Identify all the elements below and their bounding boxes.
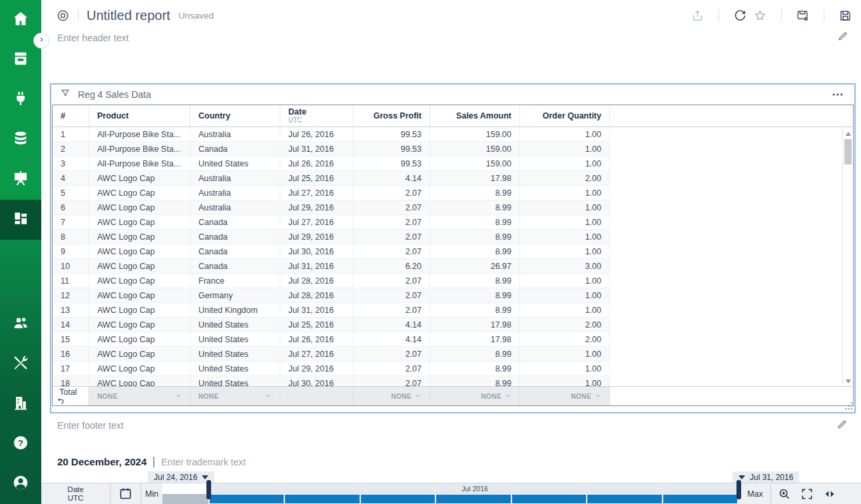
column-header-index[interactable]: # bbox=[53, 105, 89, 126]
cell-country: United States bbox=[190, 332, 280, 347]
column-header-order-quantity[interactable]: Order Quantity bbox=[520, 105, 610, 126]
cell-sales-amount: 17.98 bbox=[430, 318, 520, 332]
divider bbox=[718, 9, 719, 21]
aggregator-country[interactable]: NONE bbox=[190, 387, 280, 405]
cell-date: Jul 29, 2016 bbox=[280, 362, 354, 376]
column-header-product[interactable]: Product bbox=[89, 105, 190, 126]
vertical-scrollbar[interactable] bbox=[842, 128, 853, 387]
filter-funnel-icon[interactable] bbox=[60, 88, 71, 101]
save-as-icon[interactable] bbox=[796, 9, 810, 23]
topbar-actions bbox=[691, 9, 861, 23]
edit-header-pencil-icon[interactable] bbox=[837, 31, 848, 42]
aggregator-sales-amount[interactable]: NONE bbox=[430, 387, 520, 405]
cell-gross-profit: 99.53 bbox=[354, 142, 430, 156]
account-icon bbox=[12, 474, 29, 494]
cell-gross-profit: 4.14 bbox=[354, 318, 430, 332]
column-header-gross-profit[interactable]: Gross Profit bbox=[354, 105, 430, 126]
sidebar-item-dashboards[interactable] bbox=[0, 200, 41, 240]
cell-date: Jul 25, 2016 bbox=[280, 171, 354, 186]
cell-row-number: 5 bbox=[53, 186, 89, 200]
app: ? Untitled report Unsaved Enter header t… bbox=[0, 0, 861, 504]
cell-product: AWC Logo Cap bbox=[89, 303, 190, 318]
expand-icon[interactable] bbox=[800, 487, 814, 501]
cell-product: All-Purpose Bike Sta... bbox=[89, 127, 190, 142]
aggregator-order-quantity[interactable]: NONE bbox=[520, 387, 610, 405]
track-excluded-range bbox=[162, 494, 208, 504]
cell-gross-profit: 2.07 bbox=[354, 215, 430, 230]
trademark-text-input[interactable]: Enter trademark text bbox=[161, 457, 246, 467]
table-row: 1 All-Purpose Bike Sta... Australia Jul … bbox=[53, 127, 610, 142]
calendar-icon[interactable] bbox=[111, 483, 141, 504]
database-icon bbox=[12, 130, 29, 150]
cell-product: AWC Logo Cap bbox=[89, 347, 190, 362]
sidebar-item-users[interactable] bbox=[0, 304, 41, 344]
resize-grip[interactable] bbox=[845, 402, 853, 410]
cell-date: Jul 26, 2016 bbox=[280, 332, 354, 347]
header-text-input[interactable]: Enter header text bbox=[57, 33, 129, 43]
data-table: # Product Country Date UTC Gross Profit … bbox=[52, 105, 854, 406]
cell-product: AWC Logo Cap bbox=[89, 215, 190, 230]
cell-row-number: 1 bbox=[53, 127, 89, 142]
zoom-in-icon[interactable] bbox=[778, 487, 791, 501]
sidebar-item-organization[interactable] bbox=[0, 384, 41, 424]
cell-sales-amount: 26.97 bbox=[430, 259, 520, 274]
table-row: 4 AWC Logo Cap Australia Jul 25, 2016 4.… bbox=[53, 171, 610, 186]
cell-sales-amount: 8.99 bbox=[430, 347, 520, 362]
cell-gross-profit: 2.07 bbox=[354, 186, 430, 200]
range-end-dropdown[interactable]: Jul 31, 2016 bbox=[732, 471, 799, 483]
scroll-down-icon[interactable] bbox=[843, 377, 853, 386]
aggregator-gross-profit[interactable]: NONE bbox=[354, 387, 430, 405]
cell-gross-profit: 2.07 bbox=[354, 303, 430, 318]
table-row: 16 AWC Logo Cap United States Jul 27, 20… bbox=[53, 347, 610, 362]
cell-date: Jul 27, 2016 bbox=[280, 215, 354, 230]
column-header-date[interactable]: Date UTC bbox=[280, 105, 354, 126]
scrollbar-thumb[interactable] bbox=[844, 139, 852, 164]
column-header-sales-amount[interactable]: Sales Amount bbox=[430, 105, 520, 126]
users-icon bbox=[12, 314, 29, 334]
column-header-country[interactable]: Country bbox=[190, 105, 280, 126]
sidebar-item-account[interactable] bbox=[0, 464, 41, 504]
sidebar-item-tools[interactable] bbox=[0, 344, 41, 384]
cell-order-quantity: 1.00 bbox=[520, 215, 610, 230]
dropdown-arrow-icon bbox=[738, 475, 745, 479]
range-start-dropdown[interactable]: Jul 24, 2016 bbox=[148, 471, 214, 483]
table-row: 2 All-Purpose Bike Sta... Canada Jul 31,… bbox=[53, 142, 610, 156]
footer-text-input[interactable]: Enter footer text bbox=[57, 420, 124, 431]
range-end-handle[interactable] bbox=[736, 480, 741, 499]
range-start-handle[interactable] bbox=[206, 480, 211, 499]
sidebar-item-data[interactable] bbox=[0, 120, 41, 160]
sidebar-spacer bbox=[0, 240, 41, 305]
undo-icon[interactable] bbox=[57, 397, 65, 405]
chevron-right-icon bbox=[37, 35, 46, 46]
topbar: Untitled report Unsaved bbox=[41, 0, 861, 31]
scroll-up-icon[interactable] bbox=[843, 129, 853, 138]
table-body: 1 All-Purpose Bike Sta... Australia Jul … bbox=[53, 127, 853, 387]
favorite-icon[interactable] bbox=[753, 9, 767, 23]
cell-order-quantity: 1.00 bbox=[520, 288, 610, 303]
save-icon[interactable] bbox=[838, 9, 852, 23]
aggregator-product[interactable]: NONE bbox=[89, 387, 190, 405]
horizontal-arrows-icon[interactable] bbox=[823, 487, 836, 501]
cell-sales-amount: 8.99 bbox=[430, 215, 520, 230]
sidebar-item-help[interactable]: ? bbox=[0, 424, 41, 464]
cell-sales-amount: 159.00 bbox=[430, 156, 520, 171]
ellipsis-icon[interactable] bbox=[831, 88, 844, 101]
cell-gross-profit: 2.07 bbox=[354, 200, 430, 215]
cell-order-quantity: 1.00 bbox=[520, 156, 610, 171]
view-icon[interactable] bbox=[56, 9, 70, 23]
sidebar-item-home[interactable] bbox=[0, 0, 41, 40]
timeline-tools bbox=[774, 483, 861, 504]
sidebar-item-connectors[interactable] bbox=[0, 80, 41, 120]
edit-footer-pencil-icon[interactable] bbox=[836, 419, 848, 430]
report-date: 20 December, 2024 bbox=[57, 456, 146, 467]
cell-row-number: 17 bbox=[53, 362, 89, 376]
sidebar-collapse-button[interactable] bbox=[33, 33, 49, 49]
export-icon[interactable] bbox=[691, 9, 705, 23]
refresh-icon[interactable] bbox=[733, 9, 747, 23]
cell-country: United Kingdom bbox=[190, 303, 280, 318]
cell-row-number: 9 bbox=[53, 244, 89, 259]
cell-country: Australia bbox=[190, 171, 280, 186]
cell-sales-amount: 8.99 bbox=[430, 186, 520, 200]
sidebar-item-presentations[interactable] bbox=[0, 160, 41, 200]
cell-country: Canada bbox=[190, 244, 280, 259]
